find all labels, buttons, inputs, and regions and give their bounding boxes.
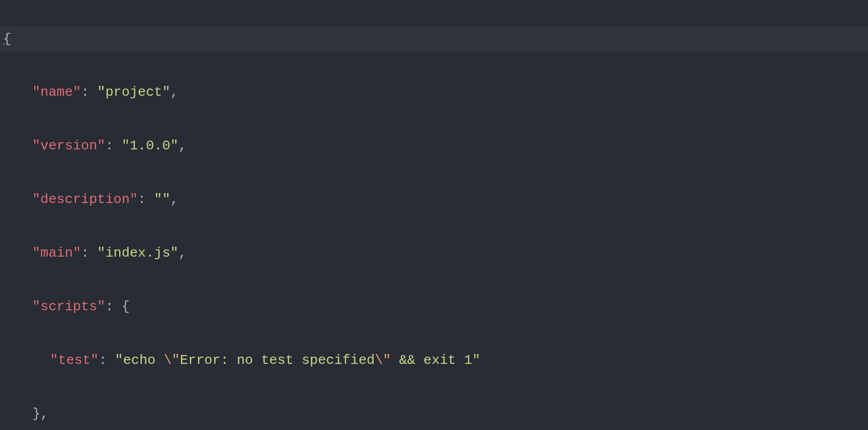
code-line[interactable]: "name": "project",: [0, 79, 868, 106]
code-line[interactable]: "scripts": {: [0, 294, 868, 320]
json-string: && exit 1": [391, 352, 480, 368]
code-line[interactable]: "version": "1.0.0",: [0, 133, 868, 159]
comma: ,: [170, 84, 178, 100]
comma: ,: [170, 192, 178, 207]
colon: :: [99, 352, 115, 368]
code-line[interactable]: {: [0, 27, 868, 52]
escape-char: \": [375, 352, 391, 368]
colon: :: [105, 138, 121, 154]
escape-char: \": [163, 352, 180, 368]
close-brace-comma: },: [32, 406, 48, 422]
code-line[interactable]: "description": "",: [0, 186, 868, 213]
json-key: "version": [32, 138, 105, 154]
colon-brace: : {: [105, 299, 130, 314]
open-brace: {: [3, 31, 11, 47]
json-key: "test": [50, 352, 99, 368]
code-line[interactable]: "main": "index.js",: [0, 240, 868, 267]
code-editor[interactable]: { "name": "project", "version": "1.0.0",…: [0, 0, 868, 430]
json-string: "": [154, 192, 170, 207]
json-string: "1.0.0": [122, 138, 178, 154]
json-string: "echo: [115, 352, 164, 368]
json-key: "description": [32, 192, 138, 207]
json-string: "project": [97, 84, 170, 100]
colon: :: [138, 192, 154, 207]
json-string: "index.js": [97, 245, 178, 261]
json-key: "scripts": [32, 299, 105, 314]
json-string: Error: no test specified: [180, 352, 375, 368]
json-key: "name": [32, 84, 81, 100]
colon: :: [81, 245, 97, 261]
colon: :: [81, 84, 97, 100]
comma: ,: [178, 245, 187, 261]
code-line[interactable]: },: [0, 401, 868, 427]
comma: ,: [178, 138, 187, 154]
json-key: "main": [32, 245, 81, 261]
code-line[interactable]: "test": "echo \"Error: no test specified…: [0, 347, 868, 374]
